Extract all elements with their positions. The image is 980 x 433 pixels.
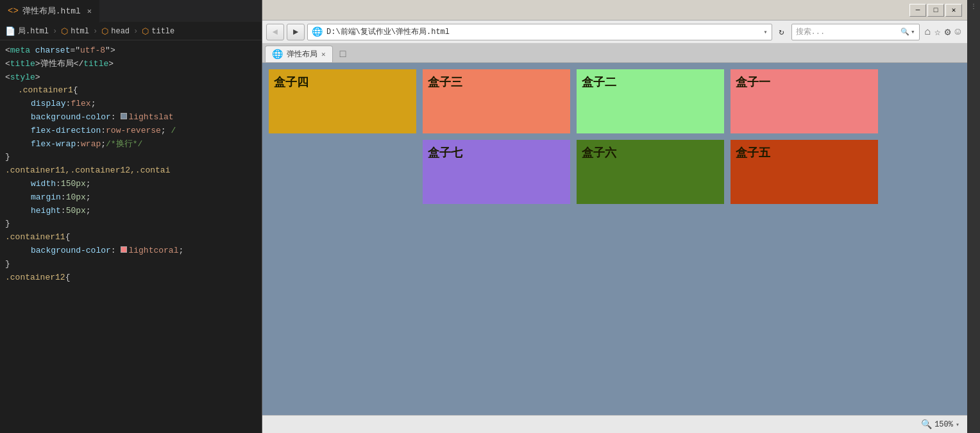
browser-titlebar: ─ □ ✕ [262,0,967,21]
zoom-icon: 🔍 [921,419,932,430]
breadcrumb-head-label: head [111,27,130,36]
code-line-16: background-color: lightcoral; [0,244,262,258]
browser-tab-active[interactable]: 🌐 弹性布局 ✕ [265,46,333,62]
code-line-11: width:150px; [0,178,262,191]
box-2: 盒子二 [577,69,724,133]
address-ie-icon: 🌐 [312,26,323,37]
back-button[interactable]: ◄ [266,24,284,40]
tab-ie-icon: 🌐 [272,49,283,60]
box-6-label: 盒子六 [582,145,616,160]
zoom-control[interactable]: 🔍 150% ▾ [921,419,959,430]
box-3: 盒子三 [423,69,570,133]
browser-tab-bar: 🌐 弹性布局 ✕ □ [262,44,967,63]
new-tab-icon: □ [340,49,346,60]
forward-button[interactable]: ► [287,24,305,40]
back-icon: ◄ [273,27,278,37]
browser-content: 盒子四 盒子三 盒子二 盒子一 盒子七 盒子六 盒子五 [262,63,967,415]
editor-tab-label: 弹性布局.html [22,5,81,17]
tab-close-icon[interactable]: ✕ [321,50,326,58]
editor-tab-close[interactable]: ✕ [87,6,92,16]
breadcrumb-file-label: 局.html [18,26,49,37]
breadcrumb-sep-3: › [133,27,138,36]
code-line-6: background-color: lightslat [0,111,262,124]
close-window-button[interactable]: ✕ [945,4,962,17]
box-7: 盒子七 [423,140,570,204]
home-icon[interactable]: ⌂ [925,26,931,38]
settings-icon[interactable]: ⚙ [945,26,951,38]
code-line-1: <meta charset="utf-8"> [0,44,262,58]
zoom-dropdown-icon[interactable]: ▾ [956,421,959,429]
box-6: 盒子六 [577,140,724,204]
flex-row-2: 盒子七 盒子六 盒子五 [269,140,961,204]
box-4: 盒子四 [269,69,416,133]
browser-statusbar: 🔍 150% ▾ [262,415,967,433]
browser-panel: ─ □ ✕ ◄ ► 🌐 D:\前端\复试作业\弹性布局.html ▾ ↻ 搜索.… [262,0,967,433]
browser-tab-label: 弹性布局 [287,49,317,60]
favorites-icon[interactable]: ☆ [934,26,941,38]
address-text: D:\前端\复试作业\弹性布局.html [326,26,759,37]
code-line-18: .container12{ [0,271,262,285]
breadcrumb-file[interactable]: 📄 局.html [5,26,49,37]
box-4-label: 盒子四 [274,74,308,90]
address-bar[interactable]: 🌐 D:\前端\复试作业\弹性布局.html ▾ [307,24,772,40]
search-buttons: 🔍 ▾ [900,28,915,36]
zoom-level: 150% [934,420,953,429]
box-3-label: 盒子三 [428,74,462,90]
box-2-label: 盒子二 [582,74,616,90]
breadcrumb-html[interactable]: ⬡ html [61,26,89,37]
refresh-icon: ↻ [779,26,784,37]
editor-tab[interactable]: <> 弹性布局.html ✕ [0,0,100,22]
file-icon: 📄 [5,26,15,37]
box-7-label: 盒子七 [428,145,462,160]
breadcrumb-sep-1: › [53,27,57,36]
refresh-button[interactable]: ↻ [775,24,789,40]
maximize-icon: □ [934,6,938,14]
flex-row-1: 盒子四 盒子三 盒子二 盒子一 [269,69,961,133]
code-line-8: flex-wrap:wrap;/*换行*/ [0,138,262,151]
box-1: 盒子一 [731,69,878,133]
code-line-15: .container11{ [0,231,262,244]
code-line-12: margin:10px; [0,191,262,205]
search-bar[interactable]: 搜索... 🔍 ▾ [791,24,920,40]
code-editor[interactable]: <meta charset="utf-8"> <title>弹性布局</titl… [0,40,262,433]
browser-toolbar: ◄ ► 🌐 D:\前端\复试作业\弹性布局.html ▾ ↻ 搜索... 🔍 ▾… [262,21,967,44]
color-swatch-lightcoral [121,246,127,253]
search-dropdown-icon[interactable]: ▾ [911,28,915,36]
smile-icon[interactable]: ☺ [954,26,961,38]
box-5: 盒子五 [731,140,878,204]
code-line-4: .container1{ [0,84,262,98]
minimize-button[interactable]: ─ [909,4,926,17]
breadcrumb-html-label: html [71,27,89,36]
element-icon-1: ⬡ [61,26,68,37]
close-window-icon: ✕ [952,6,956,14]
search-icon[interactable]: 🔍 [900,28,909,36]
code-line-13: height:50px; [0,205,262,218]
breadcrumb-sep-2: › [93,27,97,36]
html-file-icon: <> [8,6,19,16]
breadcrumb-title-label: title [151,27,174,36]
right-activity-strip: ⋮ [967,0,980,433]
forward-icon: ► [293,27,298,37]
code-line-2: <title>弹性布局</title> [0,58,262,71]
toolbar-icons: ⌂ ☆ ⚙ ☺ [922,26,964,38]
new-tab-button[interactable]: □ [335,47,351,62]
color-swatch-lightslate [121,113,127,119]
code-line-10: .container11,.container12,.contai [0,164,262,178]
tab-bar: <> 弹性布局.html ✕ [0,0,262,22]
element-icon-2: ⬡ [101,26,108,37]
code-line-3: <style> [0,71,262,85]
code-line-5: display:flex; [0,98,262,111]
strip-icon-1: ⋮ [970,3,977,10]
minimize-icon: ─ [916,6,920,14]
breadcrumb-head[interactable]: ⬡ head [101,26,130,37]
address-dropdown-icon[interactable]: ▾ [763,28,767,36]
element-icon-3: ⬡ [142,26,149,37]
code-line-7: flex-direction:row-reverse; / [0,124,262,138]
editor-panel: <> 弹性布局.html ✕ 📄 局.html › ⬡ html › ⬡ hea… [0,0,262,433]
code-line-14: } [0,217,262,231]
breadcrumb: 📄 局.html › ⬡ html › ⬡ head › ⬡ title [0,22,262,40]
maximize-button[interactable]: □ [927,4,944,17]
breadcrumb-title[interactable]: ⬡ title [142,26,174,37]
code-line-17: } [0,258,262,271]
window-controls: ─ □ ✕ [909,4,962,17]
